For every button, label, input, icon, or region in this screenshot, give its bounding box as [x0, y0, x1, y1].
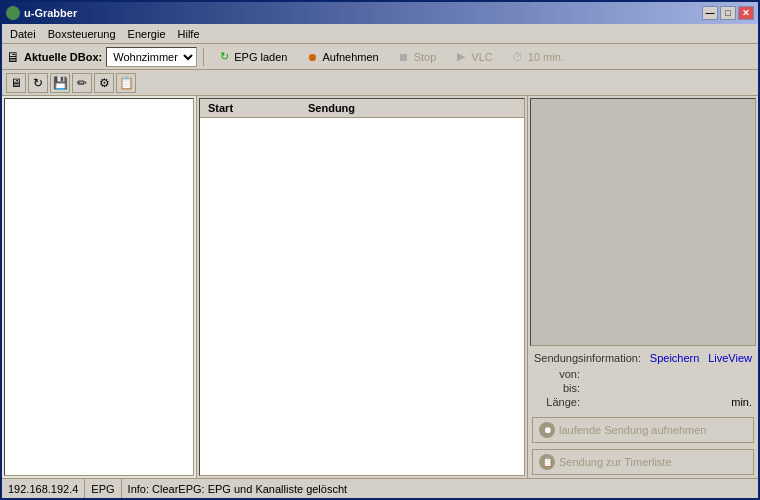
status-epg: EPG: [85, 479, 121, 498]
von-label: von:: [534, 368, 584, 380]
timer-icon: ⏱: [511, 50, 525, 64]
aufnehmen-label: Aufnehmen: [322, 51, 378, 63]
dbox-label: Aktuelle DBox:: [24, 51, 102, 63]
preview-area: [530, 98, 756, 346]
timer-button[interactable]: ⏱ 10 min.: [504, 47, 571, 67]
epg-col-sendung: Sendung: [304, 101, 520, 115]
epg-laden-icon: ↻: [217, 50, 231, 64]
epg-table-header: Start Sendung: [200, 99, 524, 118]
epg-text: EPG: [91, 483, 114, 495]
min-unit: min.: [731, 396, 752, 408]
sendung-info-header: Sendungsinformation: Speichern LiveView: [534, 352, 752, 364]
timer-label: 10 min.: [528, 51, 564, 63]
laenge-row: Länge: min.: [534, 396, 752, 408]
epg-panel: Start Sendung: [197, 96, 528, 478]
laufende-aufnehmen-button[interactable]: ⏺ laufende Sendung aufnehmen: [532, 417, 754, 443]
sendung-info-title: Sendungsinformation:: [534, 352, 641, 364]
epg-laden-label: EPG laden: [234, 51, 287, 63]
window-title: u-Grabber: [24, 7, 702, 19]
menu-datei[interactable]: Datei: [4, 26, 42, 42]
timerliste-btn-label: Sendung zur Timerliste: [559, 456, 672, 468]
aufnehmen-btn-icon: ⏺: [539, 422, 555, 438]
epg-laden-button[interactable]: ↻ EPG laden: [210, 47, 294, 67]
aufnehmen-button[interactable]: ⏺ Aufnehmen: [298, 47, 385, 67]
dbox-selector[interactable]: Wohnzimmer: [106, 47, 197, 67]
main-toolbar: 🖥 Aktuelle DBox: Wohnzimmer ↻ EPG laden …: [2, 44, 758, 70]
main-content: Start Sendung Sendungsinformation: Speic…: [2, 96, 758, 478]
bis-row: bis:: [534, 382, 752, 394]
aufnehmen-icon: ⏺: [305, 50, 319, 64]
liveview-link[interactable]: LiveView: [708, 352, 752, 364]
status-bar: 192.168.192.4 EPG Info: ClearEPG: EPG un…: [2, 478, 758, 498]
bis-label: bis:: [534, 382, 584, 394]
vlc-icon: ▶: [454, 50, 468, 64]
menu-hilfe[interactable]: Hilfe: [172, 26, 206, 42]
epg-table: Start Sendung: [199, 98, 525, 476]
epg-col-start: Start: [204, 101, 304, 115]
stop-label: Stop: [414, 51, 437, 63]
vlc-label: VLC: [471, 51, 492, 63]
app-icon: [6, 6, 20, 20]
stop-button[interactable]: ⏹ Stop: [390, 47, 444, 67]
stop-icon: ⏹: [397, 50, 411, 64]
sendung-info: Sendungsinformation: Speichern LiveView …: [528, 348, 758, 414]
sec-btn-2[interactable]: ↻: [28, 73, 48, 93]
menu-boxsteuerung[interactable]: Boxsteuerung: [42, 26, 122, 42]
maximize-button[interactable]: □: [720, 6, 736, 20]
secondary-toolbar: 🖥 ↻ 💾 ✏ ⚙ 📋: [2, 70, 758, 96]
timerliste-btn-icon: 📋: [539, 454, 555, 470]
info-text: Info: ClearEPG: EPG und Kanalliste gelös…: [128, 483, 348, 495]
status-ip: 192.168.192.4: [2, 479, 85, 498]
menu-energie[interactable]: Energie: [122, 26, 172, 42]
aufnehmen-btn-label: laufende Sendung aufnehmen: [559, 424, 706, 436]
sec-btn-1[interactable]: 🖥: [6, 73, 26, 93]
sec-btn-4[interactable]: ✏: [72, 73, 92, 93]
right-panel: Sendungsinformation: Speichern LiveView …: [528, 96, 758, 478]
ip-text: 192.168.192.4: [8, 483, 78, 495]
epg-table-body[interactable]: [200, 118, 524, 470]
timerliste-button[interactable]: 📋 Sendung zur Timerliste: [532, 449, 754, 475]
sec-btn-6[interactable]: 📋: [116, 73, 136, 93]
minimize-button[interactable]: —: [702, 6, 718, 20]
title-bar: u-Grabber — □ ✕: [2, 2, 758, 24]
menu-bar: Datei Boxsteuerung Energie Hilfe: [2, 24, 758, 44]
speichern-link[interactable]: Speichern: [650, 352, 700, 364]
status-info: Info: ClearEPG: EPG und Kanalliste gelös…: [122, 479, 758, 498]
laenge-label: Länge:: [534, 396, 584, 408]
title-buttons: — □ ✕: [702, 6, 754, 20]
von-row: von:: [534, 368, 752, 380]
main-window: u-Grabber — □ ✕ Datei Boxsteuerung Energ…: [0, 0, 760, 500]
toolbar-separator-1: [203, 48, 204, 66]
sec-btn-3[interactable]: 💾: [50, 73, 70, 93]
channel-list-panel: [2, 96, 197, 478]
dbox-icon: 🖥: [6, 50, 20, 64]
vlc-button[interactable]: ▶ VLC: [447, 47, 499, 67]
channel-list[interactable]: [4, 98, 194, 476]
sec-btn-5[interactable]: ⚙: [94, 73, 114, 93]
close-button[interactable]: ✕: [738, 6, 754, 20]
